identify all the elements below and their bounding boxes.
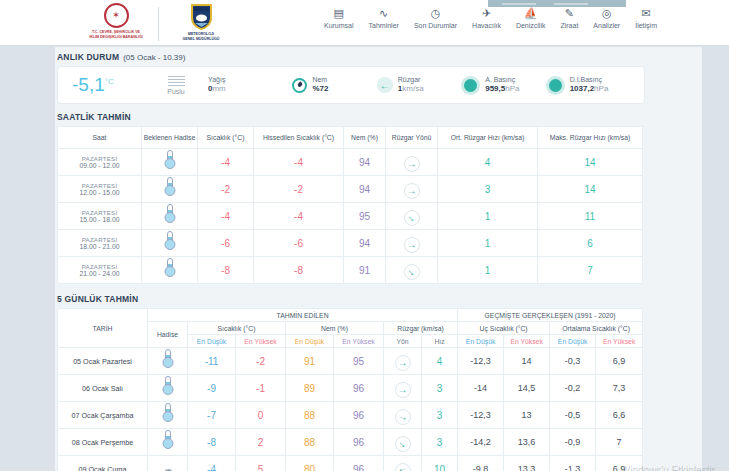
logo-area: ✶ T.C. ÇEVRE, ŞEHİRCİLİK VE İKLİM DEĞİŞİ… xyxy=(84,3,233,42)
building-icon: ▤ xyxy=(334,8,344,19)
nav-item-denizcilik[interactable]: ⛵ Denizcilik xyxy=(516,8,546,29)
wind-direction-icon: → xyxy=(395,463,411,471)
analysis-icon: ◎ xyxy=(602,8,612,19)
daily-header-group-row: TARİH TAHMİN EDİLEN GEÇMİŞTE GERÇEKLEŞEN… xyxy=(58,309,643,322)
mgm-logo-caption: METEOROLOJİ GENEL MÜDÜRLÜĞÜ xyxy=(183,32,220,42)
ministry-logo[interactable]: ✶ T.C. ÇEVRE, ŞEHİRCİLİK VE İKLİM DEĞİŞİ… xyxy=(84,3,148,40)
line-chart-icon: ∿ xyxy=(379,8,388,19)
thermometer-icon xyxy=(165,376,171,388)
page-content: ANLIK DURUM (05 Ocak - 10.39) -5,1°C Pus… xyxy=(55,47,702,471)
hourly-row: PAZARTESİ09.00 - 12.00 -4 -4 94 → 4 14 xyxy=(58,149,643,176)
current-section-title: ANLIK DURUM (05 Ocak - 10.39) xyxy=(57,47,702,66)
humidity-block: Nem %72 xyxy=(292,76,376,95)
pen-icon: ✎ xyxy=(565,8,574,19)
current-conditions-card: -5,1°C Puslu Yağış 0mm Nem %72 ← Rüzgar … xyxy=(57,66,645,104)
thermometer-icon xyxy=(165,430,171,442)
daily-row: 05 Ocak Pazartesi -11 -2 91 95 → 4 -12,3… xyxy=(58,348,643,375)
sailboat-icon: ⛵ xyxy=(524,8,538,19)
hourly-section-title: SAATLİK TAHMİN xyxy=(57,104,702,126)
thermometer-icon xyxy=(165,349,171,361)
envelope-icon: ✉ xyxy=(642,8,651,19)
nav-item-son-durumlar[interactable]: ◷ Son Durumlar xyxy=(414,8,457,29)
mgm-shield-icon xyxy=(191,3,212,30)
current-timestamp: (05 Ocak - 10.39) xyxy=(123,53,185,62)
clock-icon: ◷ xyxy=(431,8,441,19)
hourly-row: PAZARTESİ18.00 - 21.00 -6 -6 94 → 1 6 xyxy=(58,230,643,257)
wind-direction-icon: → xyxy=(395,409,411,425)
mgm-logo[interactable]: METEOROLOJİ GENEL MÜDÜRLÜĞÜ xyxy=(169,3,233,42)
wind-direction-icon: → xyxy=(404,156,420,172)
fog-icon xyxy=(168,76,185,86)
thermometer-icon xyxy=(165,403,171,415)
daily-section-title: 5 GÜNLÜK TAHMİN xyxy=(57,284,702,308)
hourly-row: PAZARTESİ12.00 - 15.00 -2 -2 94 → 3 14 xyxy=(58,176,643,203)
thermometer-icon xyxy=(167,150,173,162)
sea-pressure-dot-icon xyxy=(549,79,562,92)
top-header: ✶ T.C. ÇEVRE, ŞEHİRCİLİK VE İKLİM DEĞİŞİ… xyxy=(0,0,729,46)
wind-direction-icon: → xyxy=(404,264,420,280)
plane-icon: ✈ xyxy=(482,8,491,19)
hourly-header-row: Saat Beklenen Hadise Sıcaklık (°C) Hisse… xyxy=(58,127,643,149)
thermometer-icon xyxy=(167,258,173,270)
sea-pressure-block: D.İ.Basınç 1037,2hPa xyxy=(546,76,630,95)
hourly-row: PAZARTESİ21.00 - 24.00 -8 -8 91 → 1 7 xyxy=(58,257,643,284)
thermometer-icon xyxy=(167,231,173,243)
humidity-gauge-icon xyxy=(292,78,307,93)
wind-block: ← Rüzgar 1km/sa xyxy=(377,76,461,95)
nav-item-tahminler[interactable]: ∿ Tahminler xyxy=(369,8,399,29)
wind-direction-icon: → xyxy=(404,183,420,199)
logo-separator xyxy=(158,7,159,41)
nav-item-analizler[interactable]: ◎ Analizler xyxy=(593,8,620,29)
ministry-emblem-icon: ✶ xyxy=(104,3,129,28)
nav-item-kurumsal[interactable]: ▤ Kurumsal xyxy=(324,8,354,29)
current-condition: Puslu xyxy=(144,76,208,95)
wind-direction-icon: → xyxy=(404,237,420,253)
daily-row: 08 Ocak Perşembe -8 2 88 96 → 3 -14,2 13… xyxy=(58,429,643,456)
pressure-block: A. Basınç 959,5hPa xyxy=(461,76,545,95)
thermometer-icon xyxy=(167,204,173,216)
nav-item-iletisim[interactable]: ✉ İletişim xyxy=(635,8,657,29)
nav-item-havacilik[interactable]: ✈ Havacılık xyxy=(472,8,501,29)
wind-direction-icon: → xyxy=(395,436,411,452)
daily-row: 09 Ocak Cuma ☁ -4 5 80 96 → 10 -9,8 13,3… xyxy=(58,456,643,471)
daily-forecast-table: TARİH TAHMİN EDİLEN GEÇMİŞTE GERÇEKLEŞEN… xyxy=(57,308,643,471)
rain-cloud-icon: ☁ xyxy=(161,462,175,471)
ministry-logo-caption: T.C. ÇEVRE, ŞEHİRCİLİK VE İKLİM DEĞİŞİKL… xyxy=(89,30,143,40)
wind-direction-icon: → xyxy=(395,355,411,371)
wind-arrow-icon: ← xyxy=(377,77,393,93)
main-nav: ▤ Kurumsal ∿ Tahminler ◷ Son Durumlar ✈ … xyxy=(324,8,657,29)
current-temperature: -5,1°C xyxy=(72,74,144,96)
daily-row: 07 Ocak Çarşamba -7 0 88 96 → 3 -12,3 13… xyxy=(58,402,643,429)
thermometer-icon xyxy=(167,177,173,189)
precipitation-block: Yağış 0mm xyxy=(208,76,292,95)
pressure-dot-icon xyxy=(464,79,477,92)
hourly-row: PAZARTESİ15.00 - 18.00 -4 -4 95 → 1 11 xyxy=(58,203,643,230)
hourly-forecast-table: Saat Beklenen Hadise Sıcaklık (°C) Hisse… xyxy=(57,126,643,284)
nav-item-ziraat[interactable]: ✎ Ziraat xyxy=(560,8,578,29)
wind-direction-icon: → xyxy=(404,210,420,226)
wind-direction-icon: → xyxy=(395,382,411,398)
windows-activation-watermark: Windows'u Etkinleştir xyxy=(621,465,715,471)
daily-row: 06 Ocak Salı -9 -1 89 96 → 3 -14 14,5 -0… xyxy=(58,375,643,402)
partial-top-bar xyxy=(488,0,626,7)
